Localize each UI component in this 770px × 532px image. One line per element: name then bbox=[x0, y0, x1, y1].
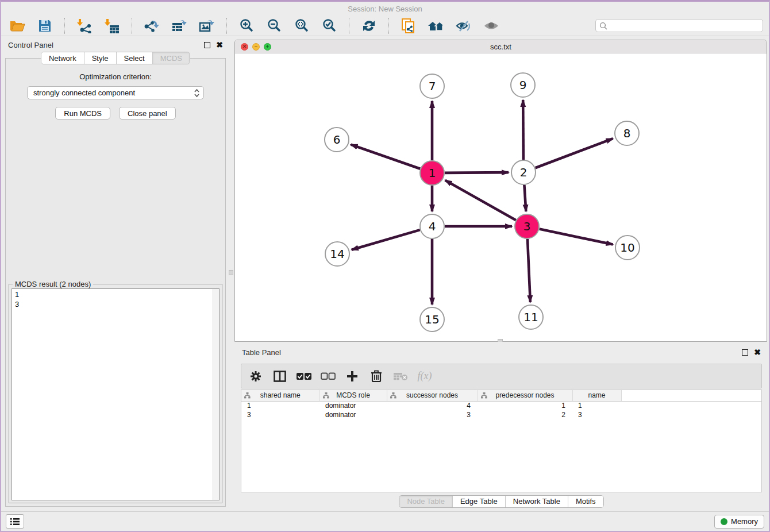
edge-2-8[interactable] bbox=[536, 138, 613, 168]
cell-predecessor-nodes[interactable]: 1 bbox=[478, 401, 572, 410]
edge-4-14[interactable] bbox=[352, 230, 420, 250]
node-2[interactable]: 2 bbox=[511, 160, 536, 184]
edge-1-2[interactable] bbox=[445, 172, 509, 173]
edge-2-3[interactable] bbox=[524, 185, 526, 211]
table-options-icon[interactable] bbox=[248, 371, 263, 382]
table-panel-float-button[interactable] bbox=[742, 349, 748, 356]
close-panel-button[interactable]: Close panel bbox=[119, 107, 176, 119]
column-header-predecessor-nodes[interactable]: predecessor nodes bbox=[478, 390, 572, 401]
table-row[interactable]: 3dominator323 bbox=[241, 410, 761, 419]
export-table-icon[interactable] bbox=[168, 17, 191, 34]
node-9[interactable]: 9 bbox=[511, 73, 535, 97]
import-network-icon[interactable] bbox=[73, 17, 96, 34]
duplicate-network-icon[interactable] bbox=[397, 17, 420, 34]
export-network-icon[interactable] bbox=[140, 17, 163, 34]
import-table-icon[interactable] bbox=[101, 17, 124, 34]
function-builder-icon[interactable]: f(x) bbox=[417, 370, 432, 382]
node-7[interactable]: 7 bbox=[420, 74, 444, 98]
window-zoom-button[interactable]: + bbox=[264, 43, 271, 51]
tab-motifs[interactable]: Motifs bbox=[568, 496, 603, 507]
search-box[interactable] bbox=[595, 19, 763, 32]
run-mcds-button[interactable]: Run MCDS bbox=[55, 107, 110, 119]
tab-mcds[interactable]: MCDS bbox=[152, 52, 190, 64]
show-all-networks-icon[interactable] bbox=[425, 17, 448, 34]
node-10[interactable]: 10 bbox=[615, 236, 640, 260]
cell-MCDS-role[interactable]: dominator bbox=[319, 401, 387, 410]
cell-predecessor-nodes[interactable]: 2 bbox=[478, 410, 572, 419]
zoom-in-icon[interactable] bbox=[235, 17, 258, 34]
zoom-out-icon[interactable] bbox=[263, 17, 286, 34]
cell-successor-nodes[interactable]: 3 bbox=[387, 410, 478, 419]
apply-preferred-layout-icon[interactable] bbox=[357, 17, 380, 34]
memory-button[interactable]: Memory bbox=[714, 515, 764, 529]
node-label: 11 bbox=[523, 310, 538, 324]
node-6[interactable]: 6 bbox=[325, 128, 349, 152]
column-header-name[interactable]: name bbox=[572, 390, 621, 401]
cell-MCDS-role[interactable]: dominator bbox=[319, 410, 387, 419]
open-session-icon[interactable] bbox=[6, 17, 29, 34]
hide-graphics-details-icon[interactable] bbox=[452, 17, 475, 34]
show-graphics-details-icon[interactable] bbox=[480, 17, 503, 34]
window-close-button[interactable]: ✕ bbox=[241, 43, 248, 51]
export-image-icon[interactable] bbox=[195, 17, 218, 34]
column-header-label: MCDS role bbox=[336, 391, 370, 399]
edge-3-10[interactable] bbox=[540, 229, 613, 245]
column-header-shared-name[interactable]: shared name bbox=[241, 390, 319, 401]
edge-2-9[interactable] bbox=[523, 100, 523, 160]
node-11[interactable]: 11 bbox=[519, 305, 543, 329]
cell-shared-name[interactable]: 3 bbox=[241, 410, 319, 419]
column-header-MCDS-role[interactable]: MCDS role bbox=[319, 390, 387, 401]
window-minimize-button[interactable]: − bbox=[252, 43, 260, 51]
mcds-result-list[interactable]: 13 bbox=[11, 288, 220, 500]
tab-network-table[interactable]: Network Table bbox=[505, 496, 568, 507]
tab-edge-table[interactable]: Edge Table bbox=[452, 496, 505, 507]
network-graph[interactable]: 7968124314101511 bbox=[235, 53, 767, 341]
node-4[interactable]: 4 bbox=[420, 214, 444, 238]
toolbar-separator bbox=[349, 18, 349, 34]
result-scrollbar[interactable] bbox=[213, 289, 219, 500]
add-column-icon[interactable] bbox=[345, 371, 360, 382]
select-all-columns-icon[interactable] bbox=[297, 372, 311, 380]
cell-name[interactable]: 3 bbox=[572, 410, 621, 419]
mcds-result-group: MCDS result (2 nodes) 13 bbox=[9, 284, 222, 503]
zoom-selected-icon[interactable] bbox=[318, 17, 341, 34]
edge-3-1[interactable] bbox=[445, 180, 516, 220]
node-15[interactable]: 15 bbox=[420, 307, 444, 331]
save-session-icon[interactable] bbox=[33, 17, 56, 34]
delete-table-icon[interactable] bbox=[393, 372, 408, 381]
node-table[interactable]: shared nameMCDS rolesuccessor nodesprede… bbox=[241, 390, 762, 492]
column-header-label: successor nodes bbox=[406, 391, 458, 399]
task-history-button[interactable] bbox=[6, 514, 24, 529]
tab-select[interactable]: Select bbox=[116, 52, 152, 64]
cell-shared-name[interactable]: 1 bbox=[241, 401, 319, 410]
search-input[interactable] bbox=[607, 20, 763, 32]
node-8[interactable]: 8 bbox=[615, 121, 639, 145]
table-row[interactable]: 1dominator411 bbox=[241, 401, 761, 410]
toolbar-separator bbox=[226, 18, 227, 34]
delete-column-icon[interactable] bbox=[369, 370, 384, 383]
node-label: 10 bbox=[620, 241, 634, 255]
unselect-all-columns-icon[interactable] bbox=[321, 372, 336, 380]
mcds-result-item[interactable]: 1 bbox=[15, 290, 219, 299]
control-panel-close-button[interactable]: ✖ bbox=[216, 41, 223, 49]
control-panel-float-button[interactable] bbox=[204, 42, 210, 48]
network-canvas[interactable]: 7968124314101511 bbox=[235, 53, 767, 341]
column-header-successor-nodes[interactable]: successor nodes bbox=[387, 390, 478, 401]
mcds-result-item[interactable]: 3 bbox=[15, 299, 219, 309]
tab-node-table[interactable]: Node Table bbox=[399, 496, 452, 507]
node-3[interactable]: 3 bbox=[515, 214, 539, 238]
optimization-criterion-select[interactable]: strongly connected component bbox=[27, 86, 204, 99]
zoom-fit-icon[interactable] bbox=[290, 17, 313, 34]
column-type-icon bbox=[244, 392, 251, 399]
edge-1-6[interactable] bbox=[351, 145, 421, 169]
cell-name[interactable]: 1 bbox=[572, 401, 621, 410]
tab-network[interactable]: Network bbox=[41, 52, 84, 64]
node-14[interactable]: 14 bbox=[325, 242, 349, 266]
vertical-splitter-grip[interactable] bbox=[229, 270, 233, 275]
edge-3-11[interactable] bbox=[528, 239, 530, 302]
node-1[interactable]: 1 bbox=[420, 161, 444, 185]
show-column-icon[interactable] bbox=[272, 371, 287, 382]
tab-style[interactable]: Style bbox=[84, 52, 116, 64]
table-panel-close-button[interactable]: ✖ bbox=[754, 348, 761, 356]
cell-successor-nodes[interactable]: 4 bbox=[387, 401, 478, 410]
